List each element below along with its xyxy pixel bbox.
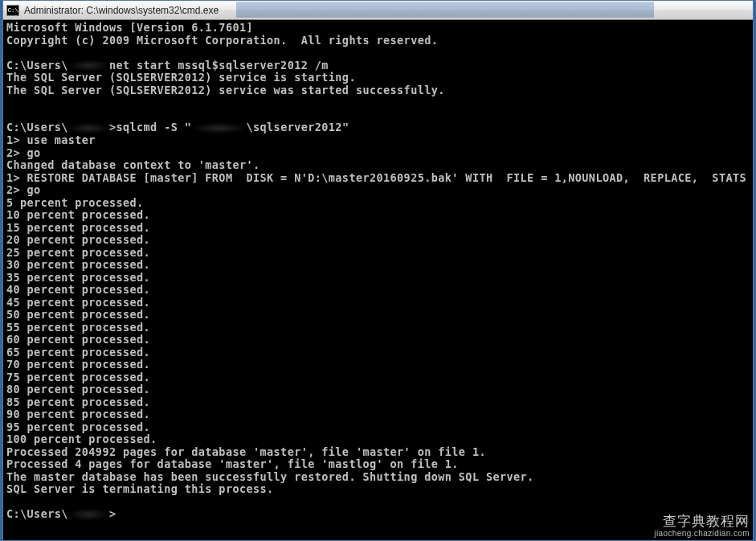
- out-line: 70 percent processed.: [6, 358, 150, 371]
- out-line: 60 percent processed.: [6, 333, 150, 346]
- redacted-username: ██████: [68, 122, 109, 135]
- out-line: Changed database context to 'master'.: [6, 158, 260, 171]
- out-line: 85 percent processed.: [6, 396, 150, 408]
- out-line: 2> go: [6, 183, 41, 196]
- prompt-caret: >: [109, 507, 116, 520]
- out-line: 2> go: [6, 146, 41, 159]
- out-line: The SQL Server (SQLSERVER2012) service i…: [6, 71, 356, 84]
- prompt-path: C:\Users\: [6, 507, 68, 520]
- out-line: Microsoft Windows [Version 6.1.7601]: [6, 21, 253, 34]
- prompt-path: C:\Users\: [6, 121, 68, 133]
- terminal-output[interactable]: Microsoft Windows [Version 6.1.7601] Cop…: [3, 20, 753, 540]
- out-line: 10 percent processed.: [6, 208, 150, 221]
- typed-command: net start mssql$sqlserver2012 /m: [109, 59, 329, 72]
- out-line: 5 percent processed.: [6, 196, 144, 209]
- out-line: 30 percent processed.: [6, 258, 150, 271]
- out-line: 15 percent processed.: [6, 221, 150, 234]
- out-line: 95 percent processed.: [6, 420, 150, 433]
- out-line: 50 percent processed.: [6, 308, 150, 321]
- out-line: 75 percent processed.: [6, 371, 150, 383]
- typed-command: \sqlserver2012": [247, 121, 349, 133]
- prompt-path: C:\Users\: [6, 59, 68, 72]
- redacted-username: ██████: [68, 508, 109, 521]
- out-line: The master database has been successfull…: [6, 470, 534, 483]
- out-line: SQL Server is terminating this process.: [6, 482, 274, 495]
- cmd-icon-label: C:\: [8, 7, 18, 14]
- out-line: Processed 204992 pages for database 'mas…: [6, 445, 486, 458]
- background-taskbar-strip: [236, 2, 654, 18]
- redacted-host: ████████: [191, 122, 246, 135]
- out-line: 35 percent processed.: [6, 271, 150, 284]
- out-line: 20 percent processed.: [6, 233, 150, 246]
- out-line: 55 percent processed.: [6, 321, 150, 334]
- redacted-username: ██████: [68, 59, 109, 72]
- out-line: Processed 4 pages for database 'master',…: [6, 457, 459, 470]
- out-line: Copyright (c) 2009 Microsoft Corporation…: [6, 34, 438, 47]
- out-line: 65 percent processed.: [6, 346, 150, 359]
- out-line: 40 percent processed.: [6, 283, 150, 296]
- typed-command: >sqlcmd -S ": [109, 121, 191, 133]
- out-line: 90 percent processed.: [6, 408, 150, 420]
- out-line: 80 percent processed.: [6, 383, 150, 396]
- cmd-icon: C:\: [6, 5, 19, 16]
- out-line: 1> use master: [6, 133, 96, 146]
- out-line: The SQL Server (SQLSERVER2012) service w…: [6, 84, 445, 96]
- out-line: 100 percent processed.: [6, 432, 157, 445]
- out-line: 1> RESTORE DATABASE [master] FROM DISK =…: [6, 171, 753, 184]
- out-line: 25 percent processed.: [6, 246, 150, 259]
- cmd-window: C:\ Administrator: C:\windows\system32\c…: [2, 0, 754, 541]
- out-line: 45 percent processed.: [6, 296, 150, 309]
